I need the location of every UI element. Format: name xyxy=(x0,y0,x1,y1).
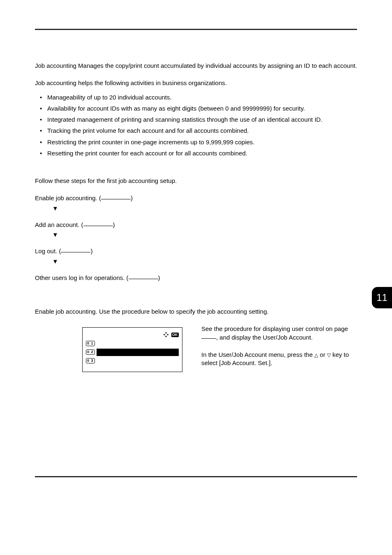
panel-title xyxy=(86,331,88,338)
document-page: 11 Job accounting Manages the copy/print… xyxy=(0,0,392,555)
triangle-up-icon: △ xyxy=(314,352,318,358)
blank-field xyxy=(83,226,113,226)
svg-marker-1 xyxy=(165,336,167,338)
panel-icons: OK xyxy=(163,331,179,338)
left-column: OK 0 1 0 2 0 3 xyxy=(35,325,191,376)
panel-row-1: 0 1 xyxy=(86,339,179,348)
panel-row-2: 0 2 xyxy=(86,348,179,356)
flow-lead: Follow these steps for the first job acc… xyxy=(35,177,357,185)
row-num-icon: 0 2 xyxy=(86,349,95,355)
svg-marker-3 xyxy=(167,334,169,335)
list-item: Manageability of up to 20 individual acc… xyxy=(35,93,357,102)
flow-step-1: Enable job accounting. () xyxy=(35,194,357,202)
feature-bullets: Manageability of up to 20 individual acc… xyxy=(35,93,357,158)
right-para-1: See the procedure for displaying user co… xyxy=(201,325,357,342)
panel-row-3: 0 3 xyxy=(86,356,179,365)
nav-arrows-icon xyxy=(163,331,169,338)
section2-lead: Enable job accounting. Use the procedure… xyxy=(35,308,357,316)
ok-icon: OK xyxy=(171,333,179,337)
two-column-layout: OK 0 1 0 2 0 3 xyxy=(35,325,357,376)
svg-marker-0 xyxy=(165,332,167,333)
section-enable-job-accounting: Enable job accounting. Use the procedure… xyxy=(35,308,357,376)
intro-paragraph-1: Job accounting Manages the copy/print co… xyxy=(35,62,357,70)
intro-paragraph-2: Job accounting helps the following activ… xyxy=(35,79,357,87)
down-arrow-icon: ▼ xyxy=(52,231,357,239)
flow-step-2: Add an account. () xyxy=(35,221,357,229)
chapter-number: 11 xyxy=(376,292,387,303)
triangle-down-icon: ▽ xyxy=(327,352,331,358)
down-arrow-icon: ▼ xyxy=(52,257,357,266)
right-column: See the procedure for displaying user co… xyxy=(191,325,357,376)
row-num-icon: 0 1 xyxy=(86,341,95,346)
list-item: Availability for account IDs with as man… xyxy=(35,104,357,113)
panel-header-row: OK xyxy=(86,330,179,339)
blank-field xyxy=(201,338,216,339)
list-item: Tracking the print volume for each accou… xyxy=(35,127,357,135)
panel-row-label-highlight xyxy=(97,349,179,356)
blank-field xyxy=(61,252,90,252)
content-area: Job accounting Manages the copy/print co… xyxy=(35,62,357,376)
lcd-panel: OK 0 1 0 2 0 3 xyxy=(82,327,182,372)
flow-step-4: Other users log in for operations. () xyxy=(35,274,357,282)
down-arrow-icon: ▼ xyxy=(52,204,357,213)
flow-step-3: Log out. () xyxy=(35,247,357,255)
list-item: Integrated management of printing and sc… xyxy=(35,116,357,124)
svg-marker-2 xyxy=(163,334,165,335)
list-item: Resetting the print counter for each acc… xyxy=(35,149,357,157)
blank-field xyxy=(129,279,158,279)
top-rule xyxy=(35,29,357,30)
bottom-rule xyxy=(35,476,357,477)
list-item: Restricting the print counter in one-pag… xyxy=(35,138,357,146)
row-num-icon: 0 3 xyxy=(86,358,95,363)
right-para-2: In the User/Job Account menu, press the … xyxy=(201,351,357,368)
blank-field xyxy=(101,199,131,199)
chapter-tab: 11 xyxy=(372,287,392,308)
